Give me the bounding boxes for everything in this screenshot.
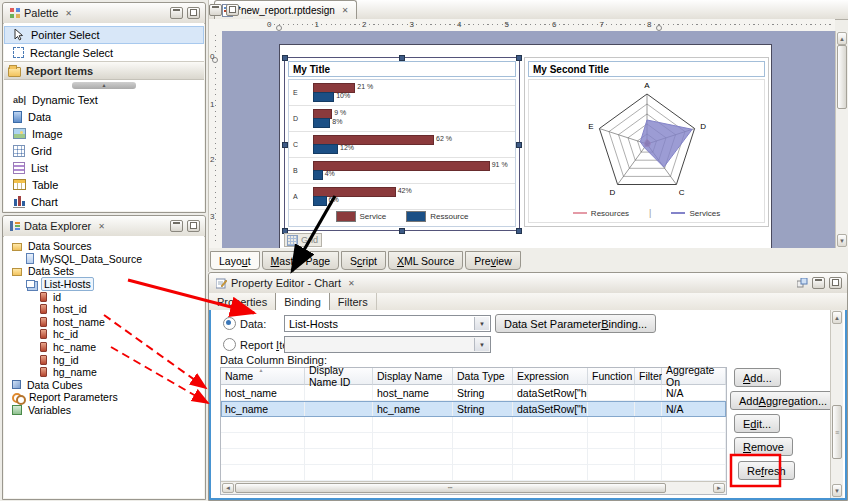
palette-tool-rectangle-select[interactable]: Rectangle Select <box>4 44 204 61</box>
tree-item-hc-name[interactable]: hc_name <box>4 341 204 354</box>
palette-item-image[interactable]: Image <box>4 125 204 142</box>
dataset-combo[interactable]: List-Hosts ▼ <box>284 315 491 332</box>
dataset-parameter-binding-button[interactable]: Data Set Parameter Binding... <box>495 314 656 333</box>
data-explorer-minimize-button[interactable] <box>170 220 183 232</box>
column-header-function[interactable]: Function <box>588 368 635 385</box>
editor-minimize-button[interactable] <box>209 4 222 16</box>
button-add[interactable]: Add... <box>734 368 781 387</box>
bar-chart-element[interactable]: My Title E21 %10%D9 %8%C62 %12%B91 %4%A4… <box>284 57 520 231</box>
scroll-down-arrow[interactable]: ▼ <box>832 484 842 497</box>
chevron-down-icon[interactable]: ▼ <box>474 338 489 351</box>
tree-item-data-sources[interactable]: Data Sources <box>4 240 204 253</box>
selection-handle[interactable] <box>282 55 288 61</box>
tree-item-host-id[interactable]: host_id <box>4 303 204 316</box>
property-vscrollbar[interactable]: ▲ ≡ ▼ <box>830 310 843 498</box>
editor-tab-xml-source[interactable]: XML Source <box>388 251 463 270</box>
table-row[interactable] <box>221 465 726 481</box>
editor-tab-preview[interactable]: Preview <box>465 251 520 270</box>
palette-minimize-button[interactable] <box>170 7 183 19</box>
editor-tab-script[interactable]: Script <box>341 251 386 270</box>
palette-item-table[interactable]: Table <box>4 176 204 193</box>
editor-vscrollbar[interactable]: ▲ ▼ <box>835 31 848 248</box>
palette-item-list[interactable]: List <box>4 159 204 176</box>
property-editor-close-icon[interactable]: ✕ <box>348 279 355 288</box>
chevron-down-icon[interactable]: ▼ <box>474 317 489 330</box>
data-column-binding-table[interactable]: Name▲Display Name IDDisplay NameData Typ… <box>220 367 727 495</box>
column-header-aggregate-on[interactable]: Aggregate On <box>662 368 726 385</box>
data-radio[interactable] <box>223 317 236 330</box>
report-page[interactable]: My Title E21 %10%D9 %8%C62 %12%B91 %4%A4… <box>279 44 772 248</box>
property-editor-maximize-button[interactable] <box>829 277 842 289</box>
editor-tab-master-page[interactable]: Master Page <box>262 251 340 270</box>
table-row[interactable] <box>221 449 726 465</box>
table-hscrollbar[interactable]: ◄ ┅ ► <box>221 481 726 494</box>
button-edit[interactable]: Edit... <box>734 414 780 433</box>
tree-item-data-sets[interactable]: Data Sets <box>4 265 204 278</box>
selection-handle[interactable] <box>516 228 522 234</box>
palette-item-chart[interactable]: Chart <box>4 193 204 210</box>
table-row[interactable]: hc_namehc_nameStringdataSetRow["hc...N/A <box>221 401 726 417</box>
scroll-up-arrow[interactable]: ▲ <box>837 32 847 45</box>
column-header-name[interactable]: Name▲ <box>221 368 305 385</box>
selection-handle[interactable] <box>516 142 522 148</box>
table-row[interactable] <box>221 433 726 449</box>
section-report-items[interactable]: Report Items <box>4 61 204 80</box>
report-item-combo[interactable]: ▼ <box>284 336 491 353</box>
column-header-filter[interactable]: Filter <box>635 368 662 385</box>
scroll-right-arrow[interactable]: ► <box>713 483 725 493</box>
editor-maximize-button[interactable] <box>226 4 239 16</box>
column-header-display-name-id[interactable]: Display Name ID <box>305 368 373 385</box>
table-row[interactable]: host_namehost_nameStringdataSetRow["ho..… <box>221 385 726 401</box>
tab-filters[interactable]: Filters <box>330 293 377 310</box>
palette-scroll-up[interactable]: ▲ <box>72 82 136 89</box>
tree-item-report-parameters[interactable]: Report Parameters <box>4 391 204 404</box>
scroll-thumb[interactable]: ┅ <box>235 483 666 493</box>
tree-item-data-cubes[interactable]: Data Cubes <box>4 379 204 392</box>
selection-handle[interactable] <box>516 55 522 61</box>
link-with-editor-icon[interactable] <box>797 278 808 289</box>
palette-item-grid[interactable]: Grid <box>4 142 204 159</box>
property-editor-minimize-button[interactable] <box>812 277 825 289</box>
column-header-expression[interactable]: Expression <box>513 368 588 385</box>
tree-item-list-hosts[interactable]: List-Hosts <box>4 278 204 291</box>
scroll-down-arrow[interactable]: ▼ <box>837 234 847 247</box>
radar-chart-element[interactable]: My Second Title ADCDE Resources|Services <box>524 57 769 227</box>
editor-tab-close-icon[interactable]: ✕ <box>342 6 349 15</box>
property-editor-title-tab[interactable]: Property Editor - Chart ✕ <box>209 273 362 293</box>
selection-handle[interactable] <box>399 55 405 61</box>
tab-properties[interactable]: Properties <box>209 293 276 310</box>
report-item-radio[interactable] <box>223 338 236 351</box>
data-explorer-title-tab[interactable]: Data Explorer ✕ <box>3 216 112 236</box>
column-header-data-type[interactable]: Data Type <box>453 368 513 385</box>
palette-close-icon[interactable]: ✕ <box>65 9 72 18</box>
selection-handle[interactable] <box>282 142 288 148</box>
scroll-left-arrow[interactable]: ◄ <box>222 483 234 493</box>
editor-tab-layout[interactable]: Layout <box>210 251 260 270</box>
tree-item-host-name[interactable]: host_name <box>4 316 204 329</box>
tree-item-hg-name[interactable]: hg_name <box>4 366 204 379</box>
data-explorer-close-icon[interactable]: ✕ <box>98 222 105 231</box>
button-refresh[interactable]: Refresh <box>738 461 795 480</box>
palette-maximize-button[interactable] <box>187 7 200 19</box>
selection-handle[interactable] <box>399 228 405 234</box>
column-header-display-name[interactable]: Display Name <box>373 368 453 385</box>
tree-item-mysql-data-source[interactable]: MySQL_Data_Source <box>4 253 204 266</box>
grid-element-tab[interactable]: Grid <box>284 233 322 247</box>
scroll-thumb[interactable]: ≡ <box>832 405 842 459</box>
tree-item-hc-id[interactable]: hc_id <box>4 328 204 341</box>
palette-item-dynamic-text[interactable]: ab|Dynamic Text <box>4 91 204 108</box>
scroll-up-arrow[interactable]: ▲ <box>832 311 842 324</box>
button-addaggregation[interactable]: Add Aggregation... <box>730 391 836 410</box>
palette-item-data[interactable]: Data <box>4 108 204 125</box>
tree-item-id[interactable]: id <box>4 290 204 303</box>
tree-item-hg-id[interactable]: hg_id <box>4 353 204 366</box>
palette-tool-pointer-select[interactable]: Pointer Select <box>4 26 204 44</box>
tab-binding[interactable]: Binding <box>275 293 330 310</box>
table-row[interactable] <box>221 417 726 433</box>
tree-item-variables[interactable]: Variables <box>4 404 204 417</box>
report-canvas[interactable]: My Title E21 %10%D9 %8%C62 %12%B91 %4%A4… <box>222 31 835 248</box>
palette-title-tab[interactable]: Palette ✕ <box>3 3 79 23</box>
button-remove[interactable]: Remove <box>734 437 793 456</box>
scroll-thumb[interactable] <box>837 45 847 109</box>
data-explorer-maximize-button[interactable] <box>187 220 200 232</box>
